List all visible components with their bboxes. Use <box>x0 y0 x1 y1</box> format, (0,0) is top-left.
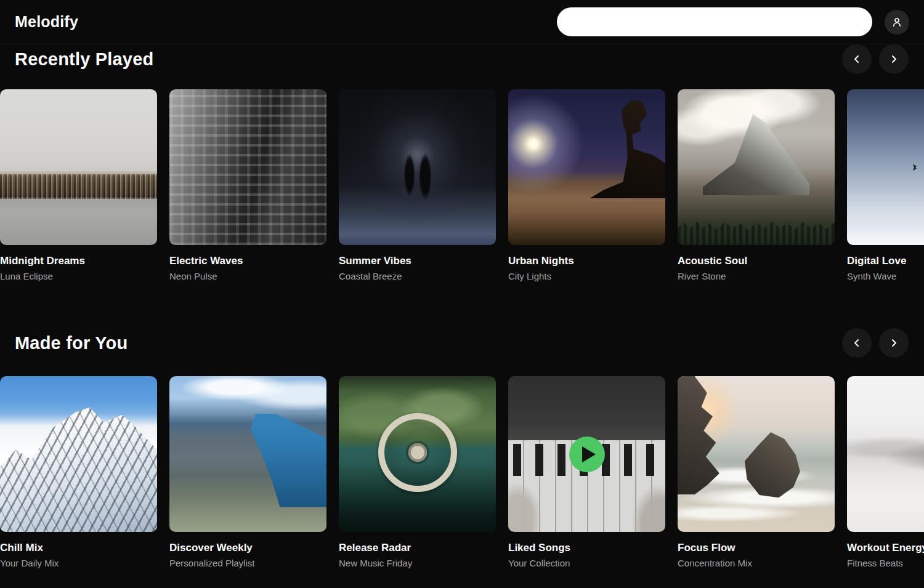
carousel-prev-button[interactable] <box>842 44 872 74</box>
album-art <box>339 376 496 532</box>
section-title: Made for You <box>15 333 128 353</box>
carousel-next-button[interactable] <box>879 44 909 74</box>
album-art <box>0 89 157 245</box>
card-title: Urban Nights <box>508 255 665 267</box>
card-title: Discover Weekly <box>169 542 326 554</box>
card-subtitle: Personalized Playlist <box>169 558 326 568</box>
carousel-row: Midnight Dreams Luna Eclipse Electric Wa… <box>0 89 924 281</box>
playlist-card[interactable]: Chill Mix Your Daily Mix <box>0 376 157 568</box>
card-title: Summer Vibes <box>339 255 496 267</box>
playlist-card[interactable]: Workout Energy Fitness Beats <box>847 376 924 568</box>
album-art <box>0 376 157 532</box>
card-title: Electric Waves <box>169 255 326 267</box>
app-logo: Melodify <box>15 13 78 31</box>
album-art <box>508 89 665 245</box>
section-made-for-you: Made for You Chill Mix Your Daily Mix Di… <box>0 328 924 568</box>
section-recently-played: Recently Played Midnight Dreams Luna Ecl… <box>0 44 924 281</box>
card-subtitle: Concentration Mix <box>678 558 835 568</box>
card-title: Chill Mix <box>0 542 157 554</box>
chevron-right-icon <box>889 54 899 64</box>
playlist-card[interactable]: Electric Waves Neon Pulse <box>169 89 326 281</box>
album-art <box>678 89 835 245</box>
playlist-card[interactable]: Summer Vibes Coastal Breeze <box>339 89 496 281</box>
card-title: Acoustic Soul <box>678 255 835 267</box>
chevron-left-icon <box>852 54 862 64</box>
chevron-right-icon <box>889 338 899 348</box>
playlist-card-liked-songs[interactable]: Liked Songs Your Collection <box>508 376 665 568</box>
chevron-left-icon <box>852 338 862 348</box>
album-art <box>678 376 835 532</box>
card-subtitle: Your Collection <box>508 558 665 568</box>
playlist-card[interactable]: Focus Flow Concentration Mix <box>678 376 835 568</box>
card-subtitle: City Lights <box>508 271 665 281</box>
card-title: Workout Energy <box>847 542 924 554</box>
album-art <box>847 89 924 245</box>
carousel-row: Chill Mix Your Daily Mix Discover Weekly… <box>0 376 924 568</box>
playlist-card[interactable]: Acoustic Soul River Stone <box>678 89 835 281</box>
card-title: Release Radar <box>339 542 496 554</box>
card-subtitle: Fitness Beats <box>847 558 924 568</box>
carousel-next-button[interactable] <box>879 328 909 358</box>
profile-button[interactable] <box>885 10 909 34</box>
carousel-controls <box>842 44 909 74</box>
playlist-card[interactable]: Urban Nights City Lights <box>508 89 665 281</box>
card-subtitle: Coastal Breeze <box>339 271 496 281</box>
play-button[interactable] <box>569 437 605 472</box>
card-title: Liked Songs <box>508 542 665 554</box>
card-subtitle: Luna Eclipse <box>0 271 157 281</box>
section-title: Recently Played <box>15 49 153 70</box>
playlist-card[interactable]: Discover Weekly Personalized Playlist <box>169 376 326 568</box>
playlist-card[interactable]: Midnight Dreams Luna Eclipse <box>0 89 157 281</box>
card-subtitle: New Music Friday <box>339 558 496 568</box>
shelf-header: Recently Played <box>0 44 924 74</box>
user-icon <box>891 17 902 28</box>
playlist-card[interactable]: Release Radar New Music Friday <box>339 376 496 568</box>
album-art <box>508 376 665 532</box>
play-icon <box>582 446 596 462</box>
card-title: Midnight Dreams <box>0 255 157 267</box>
album-art <box>169 89 326 245</box>
card-subtitle: River Stone <box>678 271 835 281</box>
search-input[interactable] <box>557 7 872 36</box>
album-art <box>847 376 924 532</box>
top-bar: Melodify <box>0 0 924 44</box>
card-title: Digital Love <box>847 255 924 267</box>
shelf-header: Made for You <box>0 328 924 358</box>
album-art <box>339 89 496 245</box>
carousel-controls <box>842 328 909 358</box>
card-title: Focus Flow <box>678 542 835 554</box>
playlist-card[interactable]: Digital Love Synth Wave <box>847 89 924 281</box>
album-art <box>169 376 326 532</box>
card-subtitle: Your Daily Mix <box>0 558 157 568</box>
card-subtitle: Neon Pulse <box>169 271 326 281</box>
carousel-prev-button[interactable] <box>842 328 872 358</box>
card-subtitle: Synth Wave <box>847 271 924 281</box>
